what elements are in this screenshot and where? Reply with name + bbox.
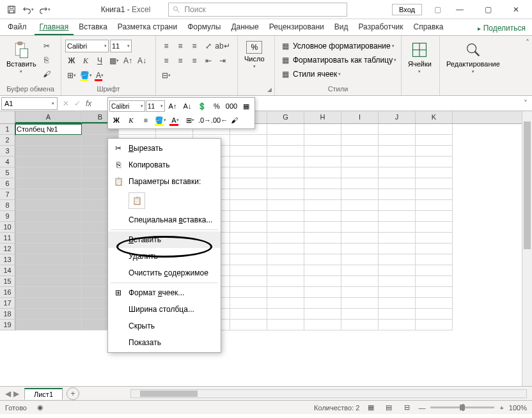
paste-button[interactable]: Вставить ▾	[4, 40, 39, 75]
cells-button[interactable]: Ячейки ▾	[405, 40, 434, 75]
cell[interactable]	[341, 200, 379, 211]
cell[interactable]	[341, 167, 379, 178]
row-header[interactable]: 5	[0, 167, 15, 178]
row-header[interactable]: 19	[0, 320, 15, 330]
cell[interactable]	[230, 178, 267, 189]
conditional-formatting-button[interactable]: ▦Условное форматирование▾	[279, 40, 396, 52]
cell[interactable]	[416, 233, 453, 244]
cell[interactable]	[341, 222, 379, 233]
merge-icon[interactable]: ⊟▾	[160, 69, 173, 82]
cell[interactable]	[15, 189, 82, 200]
cell[interactable]	[341, 320, 379, 330]
cell[interactable]	[304, 200, 341, 211]
cell[interactable]	[379, 276, 416, 287]
cell[interactable]	[341, 276, 379, 287]
mini-italic-button[interactable]: К	[124, 114, 138, 127]
row-header[interactable]: 12	[0, 244, 15, 254]
cell[interactable]	[304, 222, 341, 233]
cell[interactable]	[15, 167, 82, 178]
align-right-icon[interactable]: ≡	[188, 54, 201, 67]
mini-decrease-decimal-icon[interactable]: .00←	[212, 114, 226, 127]
cell[interactable]	[379, 298, 416, 309]
mini-border-icon[interactable]: ⊞▾	[183, 114, 197, 127]
cells-grid[interactable]: Столбец №1	[15, 124, 532, 330]
cell[interactable]	[341, 233, 379, 244]
row-header[interactable]: 3	[0, 146, 15, 157]
mini-table-icon[interactable]: ▦	[239, 100, 253, 112]
column-header[interactable]: I	[341, 111, 379, 123]
scroll-thumb[interactable]	[140, 391, 198, 397]
align-left-icon[interactable]: ≡	[160, 54, 173, 67]
italic-button[interactable]: К	[79, 54, 92, 67]
cell[interactable]	[304, 244, 341, 254]
cell[interactable]	[341, 254, 379, 265]
cell[interactable]	[15, 320, 82, 330]
mini-shrink-font-icon[interactable]: A↓	[180, 100, 194, 112]
undo-icon[interactable]: ▾	[20, 2, 36, 17]
cell[interactable]	[230, 265, 267, 276]
cell[interactable]	[341, 135, 379, 146]
align-bottom-icon[interactable]: ≡	[188, 40, 201, 52]
cell[interactable]	[15, 244, 82, 254]
cell[interactable]	[267, 244, 304, 254]
cell[interactable]	[15, 287, 82, 298]
cell[interactable]	[267, 309, 304, 320]
cell[interactable]	[230, 167, 267, 178]
cell[interactable]	[304, 276, 341, 287]
cell[interactable]	[267, 211, 304, 222]
zoom-in-button[interactable]: +	[499, 404, 503, 412]
mini-increase-decimal-icon[interactable]: .0→	[198, 114, 212, 127]
cell[interactable]	[416, 200, 453, 211]
row-header[interactable]: 6	[0, 178, 15, 189]
cell[interactable]	[230, 189, 267, 200]
cell[interactable]	[379, 244, 416, 254]
row-header[interactable]: 7	[0, 189, 15, 200]
shrink-font-icon[interactable]: A↓	[136, 54, 148, 67]
underline-button[interactable]: Ч	[93, 54, 106, 67]
cell[interactable]	[15, 178, 82, 189]
cell[interactable]	[379, 167, 416, 178]
cell[interactable]	[230, 135, 267, 146]
save-icon[interactable]	[4, 2, 19, 17]
search-input[interactable]: Поиск	[168, 3, 347, 17]
format-painter-icon[interactable]: 🖌	[40, 68, 53, 81]
cell[interactable]	[267, 167, 304, 178]
row-header[interactable]: 10	[0, 222, 15, 233]
wrap-text-icon[interactable]: ab↵	[216, 40, 229, 52]
launcher-icon[interactable]: ◢	[267, 86, 272, 93]
row-header[interactable]: 8	[0, 200, 15, 211]
cell[interactable]	[379, 254, 416, 265]
column-header[interactable]: J	[379, 111, 416, 123]
cell[interactable]	[267, 287, 304, 298]
font-color-icon[interactable]: A▾	[93, 69, 106, 82]
cell[interactable]	[341, 309, 379, 320]
column-header[interactable]: A	[15, 111, 82, 123]
mini-accounting-icon[interactable]: 💲	[195, 100, 209, 112]
cell[interactable]	[341, 157, 379, 167]
cell[interactable]	[304, 189, 341, 200]
mini-comma-icon[interactable]: 000	[224, 100, 239, 112]
ctx-delete[interactable]: Удалить	[108, 248, 221, 265]
cell[interactable]	[416, 276, 453, 287]
cell[interactable]	[379, 178, 416, 189]
login-button[interactable]: Вход	[392, 4, 422, 15]
row-header[interactable]: 4	[0, 157, 15, 167]
cell[interactable]	[379, 146, 416, 157]
cell[interactable]	[230, 287, 267, 298]
cell[interactable]	[304, 167, 341, 178]
tab-review[interactable]: Рецензировани	[264, 20, 329, 35]
cell[interactable]	[267, 146, 304, 157]
tab-insert[interactable]: Вставка	[74, 20, 113, 35]
cell[interactable]	[416, 157, 453, 167]
cell[interactable]	[379, 124, 416, 135]
cell[interactable]	[15, 211, 82, 222]
zoom-level[interactable]: 100%	[509, 404, 527, 412]
align-top-icon[interactable]: ≡	[160, 40, 173, 52]
cell[interactable]	[416, 222, 453, 233]
mini-format-painter-icon[interactable]: 🖌	[227, 114, 241, 127]
copy-icon[interactable]: ⎘	[40, 54, 53, 66]
cell[interactable]	[379, 157, 416, 167]
cell[interactable]	[267, 254, 304, 265]
tab-formulas[interactable]: Формулы	[182, 20, 226, 35]
cell[interactable]	[416, 135, 453, 146]
